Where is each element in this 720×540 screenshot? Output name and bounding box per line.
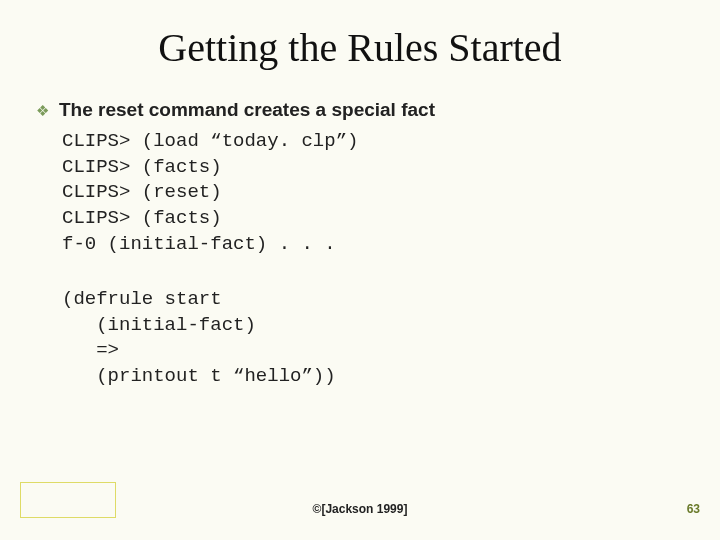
- copyright-label: ©[Jackson 1999]: [313, 502, 408, 516]
- copyright-text: ©[Jackson 1999]: [313, 502, 408, 516]
- page-number: 63: [687, 502, 700, 516]
- footer-logo-box: [20, 482, 116, 518]
- diamond-bullet-icon: ❖: [36, 103, 49, 118]
- bullet-text: The reset command creates a special fact: [59, 99, 435, 121]
- slide: Getting the Rules Started ❖ The reset co…: [0, 0, 720, 540]
- code-block-defrule: (defrule start (initial-fact) => (printo…: [62, 287, 684, 390]
- bullet-item: ❖ The reset command creates a special fa…: [36, 99, 684, 121]
- code-block-session: CLIPS> (load “today. clp”) CLIPS> (facts…: [62, 129, 684, 257]
- slide-title: Getting the Rules Started: [36, 24, 684, 71]
